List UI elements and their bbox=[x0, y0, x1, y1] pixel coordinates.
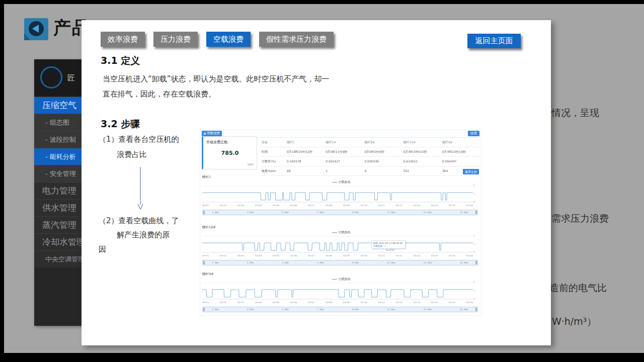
navigator-handle-left[interactable] bbox=[203, 261, 205, 264]
chart-navigator[interactable]: 1. Mar3. Mar5. Mar7. Mar9. Mar11. Mar13.… bbox=[202, 210, 478, 215]
back-button[interactable] bbox=[24, 18, 49, 41]
chart-plot: 210 bbox=[202, 185, 473, 203]
idle-waste-total-card: 空载浪费总数: 785.0 kWh bbox=[202, 136, 257, 169]
legend-label: 空载曲线 bbox=[339, 277, 351, 281]
waste-tabs: 效率浪费压力浪费空载浪费假性需求压力浪费 bbox=[101, 32, 334, 47]
background-text-fragment: 需求压力浪费 bbox=[551, 212, 609, 225]
table-header-cell: 螺杆9# bbox=[441, 138, 480, 147]
return-home-button[interactable]: 返回主页面 bbox=[467, 34, 521, 48]
chart-plot: 210 bbox=[202, 235, 473, 253]
navigator-labels: 1. Mar3. Mar5. Mar7. Mar9. Mar11. Mar13.… bbox=[212, 260, 468, 265]
total-label: 空载浪费总数: bbox=[206, 140, 228, 145]
legend-line-icon bbox=[332, 182, 337, 183]
navigator-handle-right[interactable] bbox=[475, 261, 477, 264]
tooltip-series-value: 空载曲线：1 bbox=[373, 245, 404, 247]
step1-text-line2: 浪费占比 bbox=[117, 150, 147, 159]
down-arrow-icon bbox=[137, 167, 144, 212]
idle-waste-title-label: 空载浪费 bbox=[207, 131, 220, 136]
chart-legend[interactable]: 空载曲线 bbox=[201, 277, 481, 282]
legend-label: 空载曲线 bbox=[339, 230, 351, 234]
chart-navigator[interactable]: 1. Mar3. Mar5. Mar7. Mar9. Mar11. Mar13.… bbox=[202, 260, 478, 265]
table-row-label: 时间 bbox=[261, 147, 286, 157]
table-cell: 0天4时23分19秒 bbox=[441, 147, 480, 157]
steps-heading: 3.2 步骤 bbox=[101, 118, 140, 131]
content-modal: 效率浪费压力浪费空载浪费假性需求压力浪费 返回主页面 3.1 定义 当空压机进入… bbox=[82, 20, 551, 345]
table-cell: 0天0时0分9秒 bbox=[363, 147, 402, 157]
table-header-cell: 螺杆2# bbox=[325, 138, 363, 147]
idle-curve-chart-2: 螺杆10#空载曲线21003-0103-0203-0303-0403-0503-… bbox=[201, 225, 481, 269]
company-logo-text: 匠 bbox=[67, 73, 75, 83]
waste-tab-2[interactable]: 压力浪费 bbox=[153, 32, 198, 47]
step2-text-line1: （2）查看空载曲线，了 bbox=[99, 216, 179, 226]
slide-stage: 产品 匠 压缩空气- 组态图- 波段控制- 能耗分析- 安全管理电力管理供水管理… bbox=[4, 4, 644, 353]
background-text-fragment: W·h/m³） bbox=[552, 315, 596, 328]
definition-text-line1: 当空压机进入“卸载”状态，即认为是空载。此时空压机不产气，却一 bbox=[103, 74, 330, 84]
table-row-label: 空载率(%) bbox=[261, 157, 286, 166]
table-cell: 0天4时34分22秒 bbox=[403, 147, 441, 157]
chart-tooltip: 时间 2021-03-12 08:33:00空载曲线：1 bbox=[371, 240, 406, 249]
idle-curve-svg bbox=[202, 185, 473, 203]
step2-text-line2: 解产生浪费的原 bbox=[117, 230, 170, 240]
chart-title: 螺杆1 bbox=[202, 175, 211, 179]
table-cell: 0.000336 bbox=[363, 157, 402, 166]
table-cell: 0.002427 bbox=[325, 157, 363, 166]
table-cell: 0天18时25分52秒 bbox=[286, 147, 325, 157]
chart-legend[interactable]: 空载曲线 bbox=[201, 180, 481, 185]
waste-tab-3[interactable]: 空载浪费 bbox=[206, 32, 251, 47]
chart-navigator[interactable]: 1. Mar3. Mar5. Mar7. Mar9. Mar11. Mar13.… bbox=[202, 307, 478, 312]
x-axis-labels: 03-0103-0203-0303-0403-0503-0603-0703-08… bbox=[202, 204, 473, 207]
y-axis-labels: 210 bbox=[473, 184, 478, 203]
step1-text-line1: （1）查看各台空压机的 bbox=[99, 135, 179, 144]
table-header-cell: 螺杆10# bbox=[403, 138, 441, 147]
back-arrow-icon bbox=[24, 18, 49, 41]
navigator-handle-right[interactable] bbox=[475, 211, 477, 214]
definition-text-line2: 直在排气，因此，存在空载浪费。 bbox=[103, 89, 216, 99]
window-icon bbox=[204, 133, 206, 135]
total-value: 785.0 bbox=[203, 150, 257, 156]
table-cell: 0.594347 bbox=[441, 157, 480, 166]
waste-tab-4[interactable]: 假性需求压力浪费 bbox=[259, 32, 334, 47]
legend-line-icon bbox=[332, 232, 337, 233]
y-axis-labels: 210 bbox=[473, 234, 478, 253]
x-axis-labels: 03-0103-0203-0303-0403-0503-0603-0703-08… bbox=[202, 301, 473, 304]
company-logo-icon bbox=[40, 66, 62, 88]
navigator-handle-left[interactable] bbox=[203, 308, 205, 311]
background-text-fragment: 情况，呈现 bbox=[551, 107, 599, 120]
device-table: 设备螺杆1螺杆2#螺杆8#螺杆10#螺杆9#时间0天18时25分52秒0天0时1… bbox=[261, 138, 480, 176]
navigator-handle-right[interactable] bbox=[475, 308, 477, 311]
total-unit: kWh bbox=[248, 163, 254, 166]
tooltip-time: 时间 2021-03-12 08:33:00 bbox=[373, 242, 404, 244]
waste-tab-1[interactable]: 效率浪费 bbox=[101, 32, 145, 47]
expand-all-button[interactable]: 展开全部 bbox=[463, 169, 479, 174]
idle-curve-chart-3: 螺杆9#空载曲线21003-0103-0203-0303-0403-0503-0… bbox=[201, 272, 481, 316]
chart-plot: 210 bbox=[202, 282, 473, 300]
table-cell: 0.614521 bbox=[403, 157, 441, 166]
y-axis-labels: 210 bbox=[473, 281, 478, 300]
idle-curve-svg bbox=[202, 235, 473, 253]
table-cell: 0.192578 bbox=[286, 157, 325, 166]
chart-title: 螺杆10# bbox=[202, 225, 216, 230]
background-text-fragment: 造前的电气比 bbox=[549, 282, 607, 295]
table-header-cell: 螺杆8# bbox=[363, 138, 402, 147]
chart-legend[interactable]: 空载曲线 bbox=[201, 230, 481, 235]
table-header-cell: 设备 bbox=[261, 138, 286, 147]
chart-title: 螺杆9# bbox=[202, 272, 214, 277]
idle-waste-title-button[interactable]: 空载浪费 bbox=[202, 131, 222, 136]
legend-line-icon bbox=[332, 279, 337, 280]
settings-button[interactable]: 设置 bbox=[468, 131, 479, 136]
table-cell: 0天0时11分9秒 bbox=[325, 147, 363, 157]
idle-curve-chart-1: 螺杆1空载曲线21003-0103-0203-0303-0403-0503-06… bbox=[201, 175, 481, 219]
navigator-labels: 1. Mar3. Mar5. Mar7. Mar9. Mar11. Mar13.… bbox=[212, 210, 468, 215]
definition-heading: 3.1 定义 bbox=[101, 54, 140, 67]
table-header-cell: 螺杆1 bbox=[286, 138, 325, 147]
legend-label: 空载曲线 bbox=[339, 180, 351, 184]
navigator-handle-left[interactable] bbox=[203, 211, 205, 214]
idle-waste-dashboard: 空载浪费 设置 空载浪费总数: 785.0 kWh 设备螺杆1螺杆2#螺杆8#螺… bbox=[200, 129, 481, 316]
navigator-labels: 1. Mar3. Mar5. Mar7. Mar9. Mar11. Mar13.… bbox=[212, 307, 468, 312]
x-axis-labels: 03-0103-0203-0303-0403-0503-0603-0703-08… bbox=[202, 254, 473, 257]
step2-text-line3: 因 bbox=[99, 245, 106, 254]
idle-curve-svg bbox=[202, 282, 473, 300]
